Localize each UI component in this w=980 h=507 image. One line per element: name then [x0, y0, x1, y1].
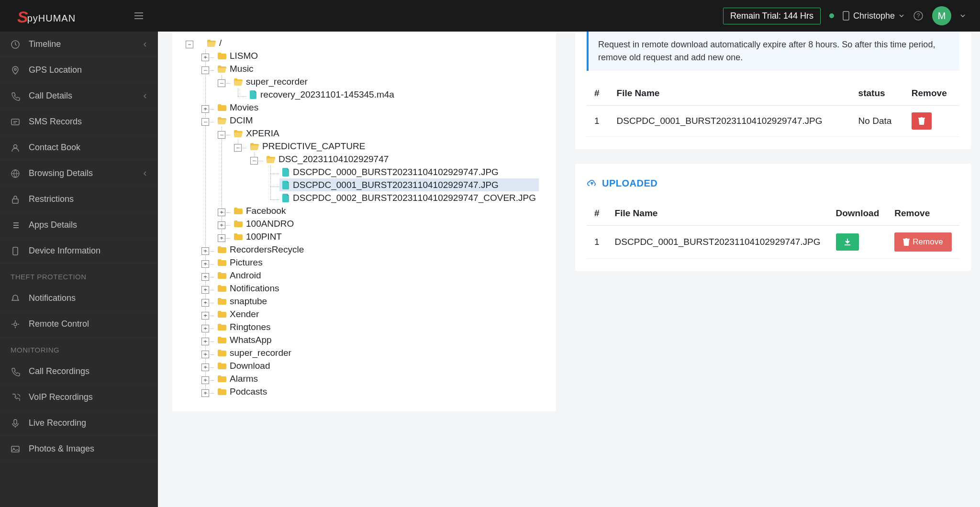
expand-toggle[interactable]: + — [201, 325, 209, 332]
collapse-toggle[interactable]: − — [201, 66, 209, 74]
folder-icon — [217, 362, 227, 370]
tree-folder[interactable]: Download — [214, 359, 539, 372]
node-label: Ringtones — [230, 322, 271, 331]
cell-filename: DSCPDC_0001_BURST20231104102929747.JPG — [609, 106, 851, 137]
expand-toggle[interactable]: + — [201, 260, 209, 268]
tree-folder[interactable]: Facebook — [231, 204, 539, 217]
sidebar-item-live-recording[interactable]: Live Recording — [0, 410, 158, 436]
expand-toggle[interactable]: + — [201, 389, 209, 397]
tree-folder[interactable]: Notifications — [214, 282, 539, 295]
expand-toggle[interactable]: + — [201, 312, 209, 320]
chevron-left-icon — [143, 42, 147, 47]
tree-file[interactable]: recovery_20231101-145345.m4a — [247, 88, 539, 101]
expand-toggle[interactable]: + — [218, 209, 225, 216]
tree-folder[interactable]: 100PINT — [231, 230, 539, 243]
status-dot-icon — [829, 13, 834, 18]
avatar-initial: M — [938, 11, 946, 22]
tree-folder[interactable]: 100ANDRO — [231, 217, 539, 230]
tree-folder[interactable]: Podcasts — [214, 385, 539, 398]
avatar[interactable]: M — [932, 6, 951, 25]
tree-folder[interactable]: DCIM — [214, 114, 539, 127]
sidebar-item-voip-recordings[interactable]: VoIP Recordings — [0, 385, 158, 410]
sidebar-item-contact-book[interactable]: Contact Book — [0, 135, 158, 161]
tree-file[interactable]: DSCPDC_0002_BURST20231104102929747_COVER… — [279, 191, 539, 204]
collapse-toggle[interactable]: − — [218, 79, 225, 87]
node-label: Movies — [230, 103, 258, 112]
expand-toggle[interactable]: + — [201, 247, 209, 255]
collapse-toggle[interactable]: − — [250, 157, 258, 165]
folder-icon — [234, 220, 243, 228]
sidebar-item-restrictions[interactable]: Restrictions — [0, 187, 158, 212]
sidebar-item-timeline[interactable]: Timeline — [0, 32, 158, 57]
sidebar-item-device-information[interactable]: Device Information — [0, 238, 158, 264]
tree-file[interactable]: DSCPDC_0001_BURST20231104102929747.JPG — [279, 178, 539, 191]
expand-toggle[interactable]: + — [201, 105, 209, 113]
folder-icon — [217, 259, 227, 266]
chevron-down-icon[interactable] — [960, 13, 966, 19]
collapse-toggle[interactable]: − — [186, 41, 193, 48]
expand-toggle[interactable]: + — [201, 54, 209, 61]
tree-folder[interactable]: LISMO — [214, 49, 539, 62]
remove-button[interactable]: Remove — [894, 232, 951, 252]
node-label: Facebook — [246, 206, 286, 215]
collapse-toggle[interactable]: − — [234, 144, 242, 152]
menu-toggle-button[interactable] — [133, 10, 145, 22]
tree-node: −super_recorderrecovery_20231101-145345.… — [231, 75, 539, 101]
expand-toggle[interactable]: + — [201, 376, 209, 384]
tree-node: DSCPDC_0000_BURST20231104102929747.JPG — [279, 165, 539, 178]
sidebar-item-call-details[interactable]: Call Details — [0, 83, 158, 109]
tree-folder[interactable]: XPERIA — [231, 127, 539, 140]
sidebar-item-apps-details[interactable]: Apps Details — [0, 212, 158, 238]
cell-num: 1 — [587, 106, 609, 137]
remove-button[interactable] — [912, 112, 932, 130]
tree-folder[interactable]: Movies — [214, 101, 539, 114]
tree-folder[interactable]: Alarms — [214, 372, 539, 385]
tree-node: +Movies — [214, 101, 539, 114]
sidebar-item-gps-location[interactable]: GPS Location — [0, 57, 158, 83]
expand-toggle[interactable]: + — [201, 273, 209, 281]
tree-folder[interactable]: / — [204, 36, 539, 49]
tree-folder[interactable]: WhatsApp — [214, 333, 539, 346]
tree-folder[interactable]: PREDICTIVE_CAPTURE — [247, 140, 539, 153]
hamburger-icon — [133, 10, 145, 22]
lock-icon — [11, 195, 20, 204]
expand-toggle[interactable]: + — [201, 351, 209, 358]
svg-rect-5 — [11, 119, 19, 125]
sidebar-item-browsing-details[interactable]: Browsing Details — [0, 161, 158, 187]
sidebar-item-notifications[interactable]: Notifications — [0, 286, 158, 311]
logo-prefix: S — [17, 8, 29, 26]
globe-icon — [11, 169, 20, 178]
folder-icon — [217, 375, 227, 383]
tree-folder[interactable]: snaptube — [214, 295, 539, 308]
expand-toggle[interactable]: + — [201, 364, 209, 371]
collapse-toggle[interactable]: − — [218, 131, 225, 139]
sidebar-item-call-recordings[interactable]: Call Recordings — [0, 359, 158, 385]
tree-folder[interactable]: DSC_20231104102929747 — [263, 153, 539, 165]
tree-folder[interactable]: super_recorder — [214, 346, 539, 359]
tree-folder[interactable]: Xender — [214, 308, 539, 320]
expand-toggle[interactable]: + — [201, 286, 209, 294]
collapse-toggle[interactable]: − — [201, 118, 209, 126]
tree-file[interactable]: DSCPDC_0000_BURST20231104102929747.JPG — [279, 165, 539, 178]
tree-folder[interactable]: Pictures — [214, 256, 539, 269]
sidebar-item-label: Notifications — [29, 293, 76, 303]
download-button[interactable] — [836, 233, 859, 251]
tree-folder[interactable]: Ringtones — [214, 320, 539, 333]
expand-toggle[interactable]: + — [201, 299, 209, 307]
tree-folder[interactable]: super_recorder — [231, 75, 539, 88]
help-button[interactable]: ? — [913, 11, 924, 21]
expand-toggle[interactable]: + — [218, 234, 225, 242]
sidebar-item-sms-records[interactable]: SMS Records — [0, 109, 158, 135]
tree-folder[interactable]: Music — [214, 62, 539, 75]
expand-toggle[interactable]: + — [201, 338, 209, 345]
sidebar-item-remote-control[interactable]: Remote Control — [0, 311, 158, 337]
trial-badge: Remain Trial: 144 Hrs — [723, 8, 821, 24]
user-menu[interactable]: Christophe — [843, 11, 904, 21]
expand-toggle[interactable]: + — [218, 221, 225, 229]
sidebar-item-label: SMS Records — [29, 117, 82, 127]
tree-folder[interactable]: RecordersRecycle — [214, 243, 539, 256]
folder-icon — [217, 246, 227, 254]
folder-icon — [217, 285, 227, 292]
tree-folder[interactable]: Android — [214, 269, 539, 282]
sidebar-item-photos-images[interactable]: Photos & Images — [0, 436, 158, 462]
